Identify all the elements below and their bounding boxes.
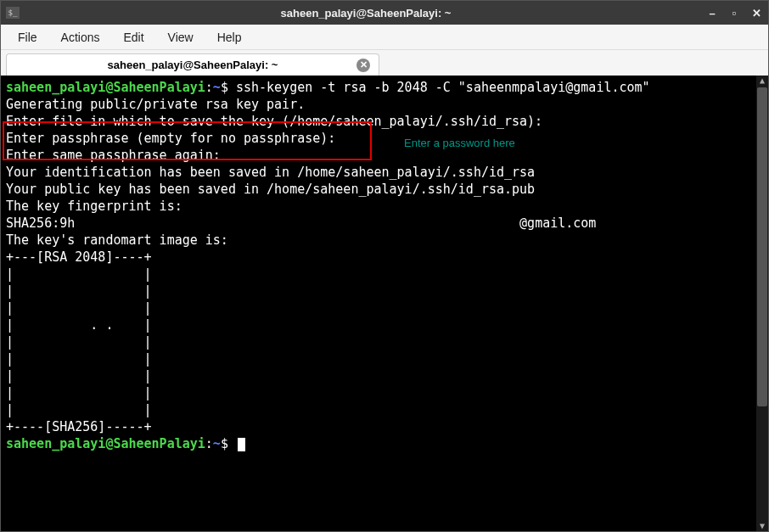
menu-bar: File Actions Edit View Help — [1, 25, 768, 50]
menu-file[interactable]: File — [8, 27, 48, 48]
sha-suffix: @gmail.com — [519, 216, 596, 231]
prompt-path: ~ — [213, 436, 221, 451]
terminal-app-icon: $_ — [6, 7, 20, 19]
output-line: Enter passphrase (empty for no passphras… — [6, 131, 335, 146]
terminal-output[interactable]: saheen_palayi@SaheenPalayi:~$ ssh-keygen… — [1, 76, 768, 531]
prompt-user-host: saheen_palayi@SaheenPalayi — [6, 436, 205, 451]
randomart-line: | | — [6, 402, 152, 417]
output-line: Generating public/private rsa key pair. — [6, 97, 305, 112]
randomart-line: | | — [6, 368, 152, 384]
randomart-line: | . . | — [6, 317, 152, 333]
tab-bar: saheen_palayi@SaheenPalayi: ~ ✕ — [1, 50, 768, 76]
randomart-line: | | — [6, 385, 152, 400]
maximize-button[interactable]: ▫ — [727, 6, 741, 20]
randomart-line: | | — [6, 334, 152, 350]
redacted-fingerprint: XXXXXXXXXXXXXXXXXXXXXXXXXXXXXXXXXXXXXXXX… — [75, 216, 519, 231]
output-line: Your public key has been saved in /home/… — [6, 182, 535, 197]
menu-actions[interactable]: Actions — [51, 27, 110, 48]
prompt-colon: : — [205, 80, 213, 95]
terminal-tab[interactable]: saheen_palayi@SaheenPalayi: ~ ✕ — [6, 53, 379, 76]
scrollbar-thumb[interactable] — [757, 87, 767, 406]
prompt-dollar: $ — [221, 436, 228, 451]
randomart-line: | | — [6, 283, 152, 299]
scrollbar-down-icon[interactable]: ▼ — [757, 521, 767, 531]
scrollbar-track[interactable]: ▲ ▼ — [756, 76, 768, 531]
prompt-colon: : — [205, 436, 213, 451]
tab-label: saheen_palayi@SaheenPalayi: ~ — [108, 59, 278, 71]
terminal-window: $_ saheen_palayi@SaheenPalayi: ~ – ▫ ✕ F… — [0, 0, 769, 532]
output-line: Enter same passphrase again: — [6, 148, 221, 163]
prompt-user-host: saheen_palayi@SaheenPalayi — [6, 80, 205, 95]
scrollbar-up-icon[interactable]: ▲ — [757, 76, 767, 86]
menu-edit[interactable]: Edit — [113, 27, 154, 48]
randomart-line: | | — [6, 266, 152, 282]
randomart-line: | | — [6, 300, 152, 316]
window-titlebar: $_ saheen_palayi@SaheenPalayi: ~ – ▫ ✕ — [1, 1, 768, 25]
annotation-text: Enter a password here — [404, 135, 515, 152]
menu-help[interactable]: Help — [207, 27, 252, 48]
prompt-space — [228, 436, 236, 451]
minimize-button[interactable]: – — [705, 6, 719, 20]
output-line: Enter file in which to save the key (/ho… — [6, 114, 542, 129]
randomart-line: | | — [6, 351, 152, 367]
randomart-line: +---[RSA 2048]----+ — [6, 249, 152, 265]
output-line: The key's randomart image is: — [6, 232, 228, 248]
randomart-line: +----[SHA256]-----+ — [6, 419, 152, 434]
command-text: ssh-keygen -t rsa -b 2048 -C "saheenmpal… — [228, 80, 650, 95]
terminal-cursor — [238, 438, 245, 451]
close-button[interactable]: ✕ — [749, 6, 763, 20]
prompt-dollar: $ — [221, 80, 228, 95]
window-controls: – ▫ ✕ — [705, 6, 763, 20]
prompt-path: ~ — [213, 80, 221, 95]
window-title: saheen_palayi@SaheenPalayi: ~ — [26, 7, 705, 20]
menu-view[interactable]: View — [158, 27, 204, 48]
tab-close-icon[interactable]: ✕ — [356, 59, 370, 72]
output-line: The key fingerprint is: — [6, 199, 182, 214]
output-line: Your identification has been saved in /h… — [6, 165, 535, 180]
sha-prefix: SHA256:9h — [6, 216, 75, 231]
